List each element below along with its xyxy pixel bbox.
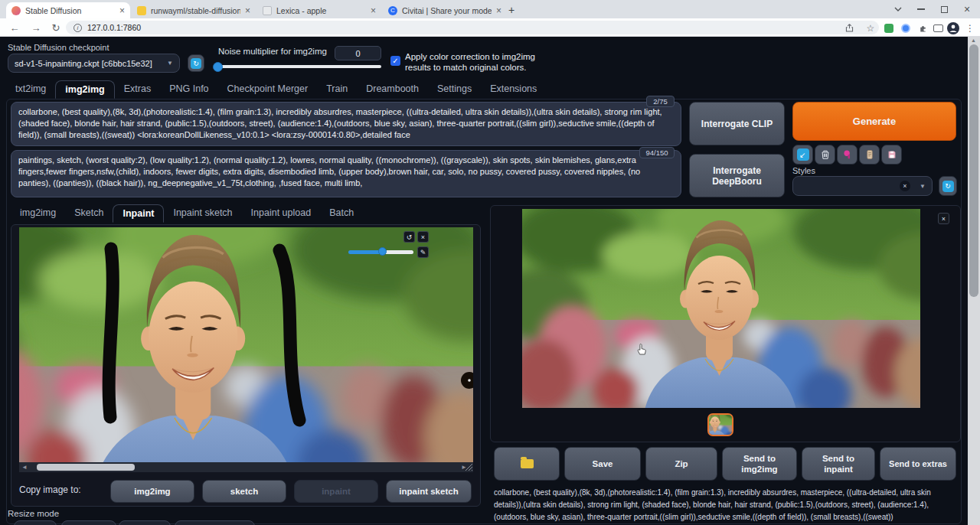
clear-styles-icon[interactable]: × [900, 181, 910, 191]
close-window-icon[interactable]: × [956, 0, 978, 18]
tab-close-icon[interactable]: × [496, 6, 501, 15]
tab-checkpoint-merger[interactable]: Checkpoint Merger [218, 80, 318, 98]
tab-train[interactable]: Train [317, 80, 357, 98]
tab-img2img-mode[interactable]: img2img [11, 204, 65, 222]
save-button[interactable]: Save [564, 447, 641, 481]
positive-prompt-counter: 2/75 [646, 96, 675, 107]
apply-styles-button[interactable] [859, 145, 880, 165]
copy-to-inpaint-sketch-button[interactable]: inpaint sketch [386, 480, 472, 503]
profile-avatar[interactable] [946, 21, 960, 34]
interrogate-deepbooru-button[interactable]: Interrogate DeepBooru [689, 154, 785, 197]
extra-networks-button[interactable] [837, 145, 858, 165]
reload-icon[interactable]: ↻ [49, 21, 63, 34]
extensions-puzzle-icon[interactable] [916, 21, 929, 34]
read-generation-parameters-button[interactable]: ↙ [792, 145, 813, 165]
forward-icon[interactable]: → [29, 21, 43, 34]
tab-inpaint[interactable]: Inpaint [113, 204, 164, 223]
new-tab-button[interactable]: + [504, 3, 519, 17]
canvas-h-scrollbar[interactable]: ◄ ► [19, 462, 473, 472]
tab-title: Civitai | Share your models [402, 6, 492, 15]
tab-extras[interactable]: Extras [115, 80, 160, 98]
back-icon[interactable]: ← [8, 21, 21, 34]
webui-page: Stable Diffusion checkpoint sd-v1-5-inpa… [0, 37, 980, 525]
img2img-mode-tabs: img2img Sketch Inpaint Inpaint sketch In… [11, 204, 363, 222]
close-gallery-icon[interactable]: × [938, 213, 949, 224]
positive-prompt-textarea[interactable]: collarbone, (best quality),(8k, 3d),(pho… [11, 102, 681, 146]
tab-search-chevron-icon[interactable] [887, 0, 910, 18]
tab-settings[interactable]: Settings [428, 80, 481, 98]
tab-extensions[interactable]: Extensions [481, 80, 546, 98]
tab-sketch[interactable]: Sketch [65, 204, 113, 222]
minimize-icon[interactable] [910, 0, 933, 18]
resize-option-2[interactable] [61, 520, 116, 525]
browser-tab-stable-diffusion[interactable]: Stable Diffusion × [6, 2, 130, 18]
refresh-icon: ↻ [942, 181, 954, 192]
styles-label: Styles [792, 166, 815, 175]
side-panel-icon[interactable] [931, 21, 945, 34]
refresh-styles-button[interactable]: ↻ [939, 176, 957, 196]
mouse-cursor-hand [635, 343, 648, 356]
tab-batch[interactable]: Batch [320, 204, 363, 222]
noise-slider-handle[interactable] [213, 62, 223, 72]
brush-color-icon[interactable]: ✎ [417, 246, 429, 258]
maximize-icon[interactable] [933, 0, 956, 18]
extension-green-icon[interactable] [882, 21, 896, 34]
main-tabs: txt2img img2img Extras PNG Info Checkpoi… [6, 80, 546, 98]
refresh-checkpoints-button[interactable]: ↻ [188, 54, 204, 72]
brush-size-handle[interactable] [378, 247, 387, 256]
send-to-extras-button[interactable]: Send to extras [880, 447, 956, 481]
send-to-img2img-button[interactable]: Send to img2img [722, 447, 797, 481]
tab-inpaint-upload[interactable]: Inpaint upload [242, 204, 321, 222]
tab-png-info[interactable]: PNG Info [160, 80, 217, 98]
refresh-icon: ↻ [191, 58, 201, 69]
clear-image-icon[interactable]: × [417, 231, 429, 243]
resize-option-1[interactable] [14, 520, 57, 525]
browser-tab-civitai[interactable]: C Civitai | Share your models × [383, 2, 507, 18]
tab-close-icon[interactable]: × [245, 6, 250, 15]
generate-button[interactable]: Generate [792, 102, 956, 141]
resize-option-3[interactable] [119, 520, 171, 525]
address-bar[interactable]: i 127.0.0.1:7860 [66, 21, 879, 34]
zip-button[interactable]: Zip [645, 447, 717, 481]
browser-tab-lexica[interactable]: Lexica - apple × [257, 2, 381, 18]
share-icon[interactable] [842, 21, 856, 34]
browser-tab-runwayml[interactable]: runwayml/stable-diffusion-inpai × [132, 2, 256, 18]
bookmark-star-icon[interactable]: ☆ [864, 21, 877, 34]
scroll-left-icon[interactable]: ◄ [21, 464, 28, 471]
checkpoint-dropdown[interactable]: sd-v1-5-inpainting.ckpt [c6bbc15e32] ▼ [8, 54, 180, 73]
stable-diffusion-favicon [11, 6, 21, 15]
h-scroll-thumb[interactable] [37, 464, 135, 471]
resize-option-4[interactable] [175, 520, 255, 525]
noise-multiplier-slider[interactable] [216, 65, 381, 68]
tab-close-icon[interactable]: × [119, 6, 125, 15]
noise-multiplier-input[interactable]: 0 [335, 46, 381, 60]
send-to-inpaint-button[interactable]: Send to inpaint [802, 447, 875, 481]
save-style-button[interactable] [881, 145, 902, 165]
copy-to-img2img-button[interactable]: img2img [110, 480, 194, 503]
site-info-icon[interactable]: i [74, 24, 82, 32]
page-v-scrollbar[interactable]: ▲ [968, 37, 980, 525]
chevron-down-icon: ▼ [167, 60, 173, 67]
copy-image-to-label: Copy image to: [19, 484, 81, 495]
v-scroll-thumb[interactable] [969, 44, 978, 297]
negative-prompt-textarea[interactable]: paintings, sketch, (worst quality:2), (l… [11, 150, 681, 197]
scroll-up-icon[interactable]: ▲ [971, 38, 976, 43]
gallery-thumbnail-selected[interactable] [707, 413, 733, 436]
checkpoint-label: Stable Diffusion checkpoint [8, 43, 109, 52]
tab-img2img[interactable]: img2img [55, 80, 114, 99]
extension-blue-icon[interactable] [899, 21, 913, 34]
clear-prompt-button[interactable] [815, 145, 835, 165]
tab-inpaint-sketch[interactable]: Inpaint sketch [164, 204, 241, 222]
tab-close-icon[interactable]: × [371, 6, 376, 15]
copy-to-sketch-button[interactable]: sketch [202, 480, 286, 503]
browser-menu-icon[interactable]: ⋮ [963, 21, 977, 34]
color-correction-checkbox[interactable]: ✓ [390, 56, 400, 66]
resize-handle-icon[interactable] [465, 463, 473, 471]
interrogate-clip-button[interactable]: Interrogate CLIP [689, 102, 785, 145]
tab-dreambooth[interactable]: Dreambooth [357, 80, 428, 98]
styles-dropdown[interactable]: × ▼ [792, 176, 933, 196]
result-image[interactable] [522, 209, 920, 408]
undo-icon[interactable]: ↺ [403, 231, 415, 243]
tab-txt2img[interactable]: txt2img [6, 80, 55, 98]
open-folder-button[interactable] [494, 447, 560, 481]
